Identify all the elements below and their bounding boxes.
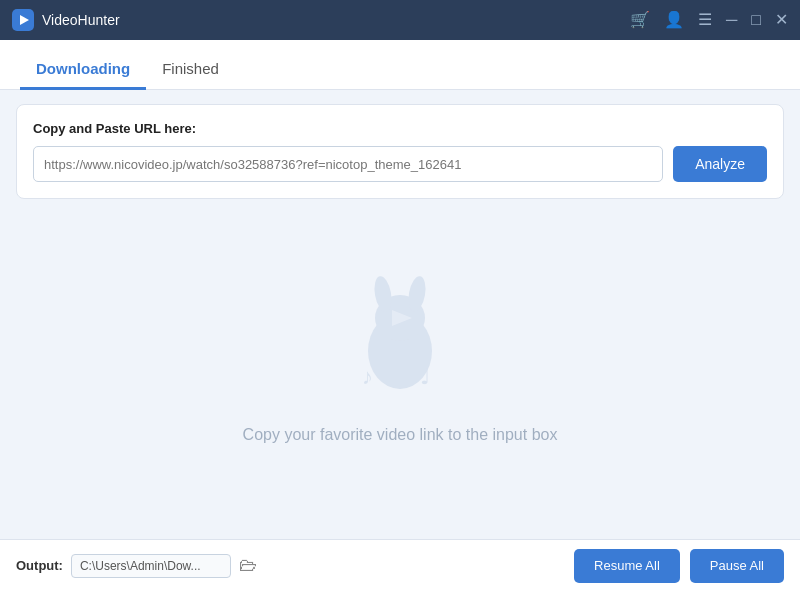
bottom-bar: Output: C:\Users\Admin\Dow... 🗁 Resume A… xyxy=(0,539,800,591)
cart-icon[interactable]: 🛒 xyxy=(630,12,650,28)
tab-downloading[interactable]: Downloading xyxy=(20,50,146,90)
main-content: Downloading Finished Copy and Paste URL … xyxy=(0,40,800,539)
tab-finished[interactable]: Finished xyxy=(146,50,235,90)
bottom-actions: Resume All Pause All xyxy=(574,549,784,583)
url-input[interactable] xyxy=(33,146,663,182)
maximize-icon[interactable]: □ xyxy=(751,12,761,28)
window-controls: 🛒 👤 ☰ ─ □ ✕ xyxy=(630,12,788,28)
minimize-icon[interactable]: ─ xyxy=(726,12,737,28)
menu-icon[interactable]: ☰ xyxy=(698,12,712,28)
url-input-row: Analyze xyxy=(33,146,767,182)
close-icon[interactable]: ✕ xyxy=(775,12,788,28)
output-path: C:\Users\Admin\Dow... xyxy=(71,554,231,578)
tab-bar: Downloading Finished xyxy=(0,40,800,90)
empty-state-message: Copy your favorite video link to the inp… xyxy=(243,426,558,444)
resume-all-button[interactable]: Resume All xyxy=(574,549,680,583)
analyze-button[interactable]: Analyze xyxy=(673,146,767,182)
app-logo xyxy=(12,9,34,31)
title-bar: VideoHunter 🛒 👤 ☰ ─ □ ✕ xyxy=(0,0,800,40)
folder-icon[interactable]: 🗁 xyxy=(239,555,257,576)
svg-text:♪: ♪ xyxy=(362,364,373,389)
output-label: Output: xyxy=(16,558,63,573)
account-icon[interactable]: 👤 xyxy=(664,12,684,28)
app-title: VideoHunter xyxy=(42,12,630,28)
svg-text:♩: ♩ xyxy=(420,364,430,389)
url-label: Copy and Paste URL here: xyxy=(33,121,767,136)
empty-state-icon: ♪ ♩ xyxy=(330,266,470,406)
url-section: Copy and Paste URL here: Analyze xyxy=(16,104,784,199)
empty-state: ♪ ♩ Copy your favorite video link to the… xyxy=(0,211,800,539)
pause-all-button[interactable]: Pause All xyxy=(690,549,784,583)
